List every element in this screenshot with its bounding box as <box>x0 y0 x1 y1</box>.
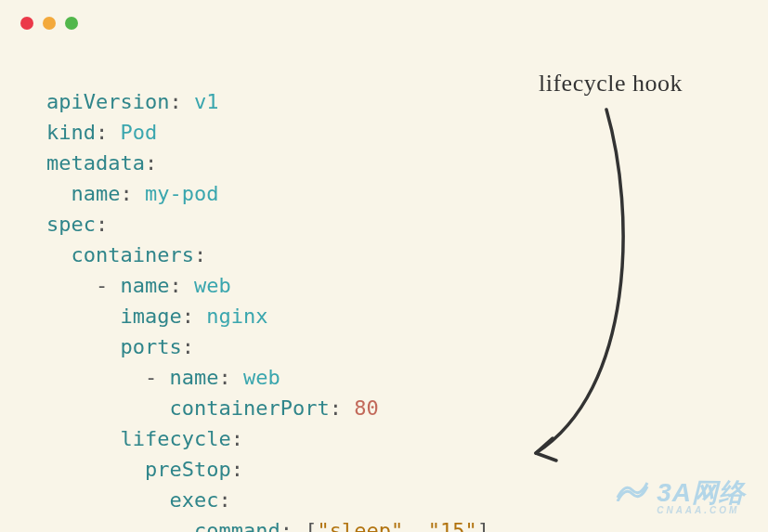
yaml-key: spec <box>46 213 96 236</box>
yaml-value: Pod <box>120 121 157 144</box>
window-controls <box>20 17 78 30</box>
watermark-text: 3A网络 <box>657 480 746 506</box>
yaml-value: web <box>194 274 231 297</box>
yaml-key: metadata <box>46 151 145 175</box>
yaml-value: my-pod <box>145 182 218 205</box>
yaml-key: exec <box>169 488 218 512</box>
yaml-value: nginx <box>206 305 267 328</box>
yaml-key: kind <box>46 121 96 144</box>
yaml-value: v1 <box>194 90 219 113</box>
annotation-label: lifecycle hook <box>539 70 683 97</box>
yaml-key: name <box>72 182 121 205</box>
yaml-string: "sleep" <box>317 519 403 532</box>
yaml-key: containerPort <box>169 396 329 420</box>
yaml-key: containers <box>72 243 194 266</box>
watermark: 3A网络 CNAAA.COM <box>616 477 746 515</box>
yaml-key: ports <box>120 335 181 358</box>
yaml-key: name <box>169 366 218 389</box>
yaml-string: "15" <box>428 519 477 532</box>
yaml-key: apiVersion <box>46 90 169 113</box>
yaml-key: preStop <box>145 458 231 481</box>
yaml-value: 80 <box>354 396 379 420</box>
yaml-value: web <box>243 366 280 389</box>
yaml-code-block: apiVersion: v1 kind: Pod metadata: name:… <box>46 56 489 532</box>
maximize-dot-icon <box>65 17 78 30</box>
watermark-logo-icon <box>616 477 649 501</box>
minimize-dot-icon <box>43 17 56 30</box>
yaml-key: image <box>120 305 181 328</box>
yaml-key: lifecycle <box>120 427 230 450</box>
watermark-subtext: CNAAA.COM <box>657 506 746 515</box>
yaml-key: command <box>194 519 280 532</box>
close-dot-icon <box>20 17 33 30</box>
yaml-key: name <box>120 274 169 297</box>
arrow-icon <box>525 102 655 474</box>
